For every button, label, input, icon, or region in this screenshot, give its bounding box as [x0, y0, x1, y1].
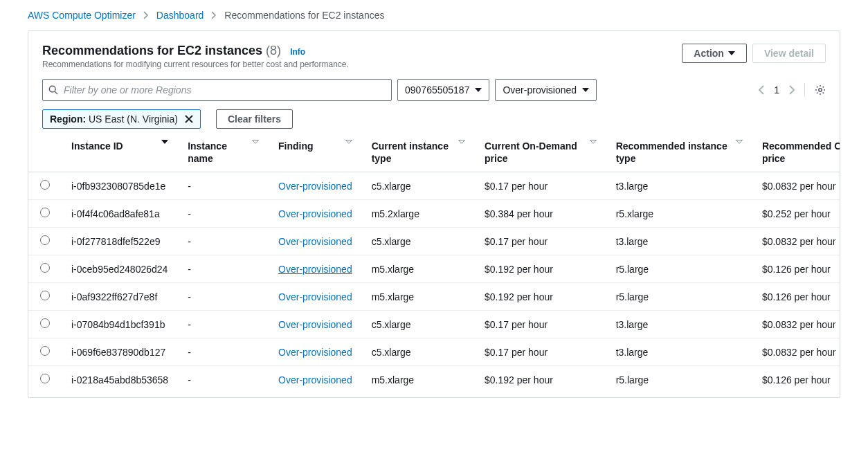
sort-icon [458, 140, 465, 144]
cell-instance-id: i-0218a45abd8b53658 [62, 366, 178, 394]
caret-down-icon [582, 88, 589, 92]
row-radio[interactable] [40, 318, 50, 328]
cell-instance-id: i-0f277818dfef522e9 [62, 228, 178, 255]
finding-link[interactable]: Over-provisioned [278, 236, 352, 247]
region-chip: Region: US East (N. Virginia) [42, 109, 201, 129]
breadcrumb-current: Recommendations for EC2 instances [224, 10, 384, 21]
cell-current-price: $0.192 per hour [475, 283, 606, 311]
sort-desc-icon [161, 140, 168, 144]
cell-current-type: m5.xlarge [362, 255, 475, 283]
cell-current-type: c5.xlarge [362, 228, 475, 255]
finding-filter-select[interactable]: Over-provisioned [495, 79, 597, 101]
cell-current-type: c5.xlarge [362, 338, 475, 366]
cell-rec-type: r5.large [606, 255, 752, 283]
clear-filters-label: Clear filters [228, 114, 281, 125]
sort-icon [252, 140, 259, 144]
row-radio[interactable] [40, 208, 50, 217]
cell-rec-price: $0.126 per hour [752, 255, 840, 283]
cell-current-type: m5.xlarge [362, 283, 475, 311]
svg-point-0 [49, 86, 55, 92]
action-button[interactable]: Action [682, 44, 747, 63]
table-scroll[interactable]: Instance ID Instance name Finding [28, 134, 840, 397]
row-radio[interactable] [40, 180, 50, 190]
cell-instance-name: - [178, 311, 269, 338]
finding-link[interactable]: Over-provisioned [278, 374, 352, 385]
col-current-price[interactable]: Current On-Demand price [475, 134, 606, 172]
region-filter-input[interactable] [42, 79, 392, 101]
gear-icon[interactable] [815, 84, 826, 96]
cell-instance-id: i-0ceb95ed248026d24 [62, 255, 178, 283]
result-count: (8) [266, 44, 281, 57]
breadcrumb: AWS Compute Optimizer Dashboard Recommen… [0, 0, 868, 30]
col-current-type[interactable]: Current instance type [362, 134, 475, 172]
breadcrumb-root[interactable]: AWS Compute Optimizer [28, 10, 136, 21]
breadcrumb-dashboard[interactable]: Dashboard [156, 10, 204, 21]
page-prev-icon[interactable] [759, 85, 764, 95]
col-instance-id[interactable]: Instance ID [62, 134, 178, 172]
cell-current-price: $0.17 per hour [475, 311, 606, 338]
page-title: Recommendations for EC2 instances [42, 44, 262, 57]
cell-instance-name: - [178, 366, 269, 394]
chevron-right-icon [143, 11, 150, 19]
finding-link[interactable]: Over-provisioned [278, 291, 352, 302]
chevron-right-icon [210, 11, 217, 19]
cell-instance-name: - [178, 200, 269, 228]
main-panel: Recommendations for EC2 instances (8) In… [28, 30, 840, 398]
cell-instance-name: - [178, 255, 269, 283]
row-radio[interactable] [40, 235, 50, 245]
close-icon[interactable] [185, 115, 193, 123]
account-select[interactable]: 090765505187 [397, 79, 489, 101]
view-detail-button[interactable]: View detail [752, 44, 826, 63]
col-finding[interactable]: Finding [269, 134, 362, 172]
region-filter-text[interactable] [62, 84, 386, 96]
finding-link[interactable]: Over-provisioned [278, 208, 352, 219]
svg-line-1 [55, 91, 57, 94]
sort-icon [736, 140, 743, 144]
cell-instance-id: i-0f4f4c06ad8afe81a [62, 200, 178, 228]
col-instance-name[interactable]: Instance name [178, 134, 269, 172]
finding-link[interactable]: Over-provisioned [278, 264, 352, 275]
page-number: 1 [774, 84, 779, 96]
cell-rec-price: $0.0832 per hour [752, 172, 840, 200]
finding-link[interactable]: Over-provisioned [278, 347, 352, 358]
cell-rec-price: $0.0832 per hour [752, 311, 840, 338]
row-radio[interactable] [40, 291, 50, 300]
cell-rec-price: $0.0832 per hour [752, 338, 840, 366]
cell-rec-type: t3.large [606, 228, 752, 255]
info-link[interactable]: Info [290, 47, 305, 57]
cell-rec-price: $0.0832 per hour [752, 228, 840, 255]
cell-rec-price: $0.252 per hour [752, 200, 840, 228]
page-subtitle: Recommendations for modifying current re… [42, 60, 349, 69]
cell-current-price: $0.192 per hour [475, 255, 606, 283]
finding-filter-value: Over-provisioned [503, 84, 577, 96]
row-radio[interactable] [40, 263, 50, 273]
table-row: i-07084b94d1bcf391b-Over-provisionedc5.x… [28, 311, 840, 338]
region-chip-value: US East (N. Virginia) [86, 114, 178, 125]
cell-rec-price: $0.126 per hour [752, 366, 840, 394]
table-row: i-0f4f4c06ad8afe81a-Over-provisionedm5.2… [28, 200, 840, 228]
caret-down-icon [728, 51, 735, 55]
row-radio[interactable] [40, 374, 50, 383]
cell-instance-name: - [178, 283, 269, 311]
cell-current-type: c5.xlarge [362, 172, 475, 200]
clear-filters-button[interactable]: Clear filters [216, 109, 293, 129]
row-radio[interactable] [40, 346, 50, 356]
page-next-icon[interactable] [789, 85, 795, 95]
table-row: i-0ceb95ed248026d24-Over-provisionedm5.x… [28, 255, 840, 283]
finding-link[interactable]: Over-provisioned [278, 319, 352, 330]
cell-instance-id: i-0fb9323080785de1e [62, 172, 178, 200]
col-rec-type[interactable]: Recommended instance type [606, 134, 752, 172]
cell-instance-name: - [178, 338, 269, 366]
action-button-label: Action [694, 48, 724, 59]
recommendations-table: Instance ID Instance name Finding [28, 134, 840, 393]
svg-point-2 [819, 89, 822, 91]
cell-current-type: m5.2xlarge [362, 200, 475, 228]
finding-link[interactable]: Over-provisioned [278, 181, 352, 192]
region-chip-label: Region: [50, 114, 86, 125]
col-rec-price[interactable]: Recommended On-Demand price [752, 134, 840, 172]
account-select-value: 090765505187 [405, 84, 469, 96]
cell-instance-id: i-069f6e837890db127 [62, 338, 178, 366]
cell-current-price: $0.17 per hour [475, 228, 606, 255]
table-row: i-069f6e837890db127-Over-provisionedc5.x… [28, 338, 840, 366]
cell-current-price: $0.384 per hour [475, 200, 606, 228]
